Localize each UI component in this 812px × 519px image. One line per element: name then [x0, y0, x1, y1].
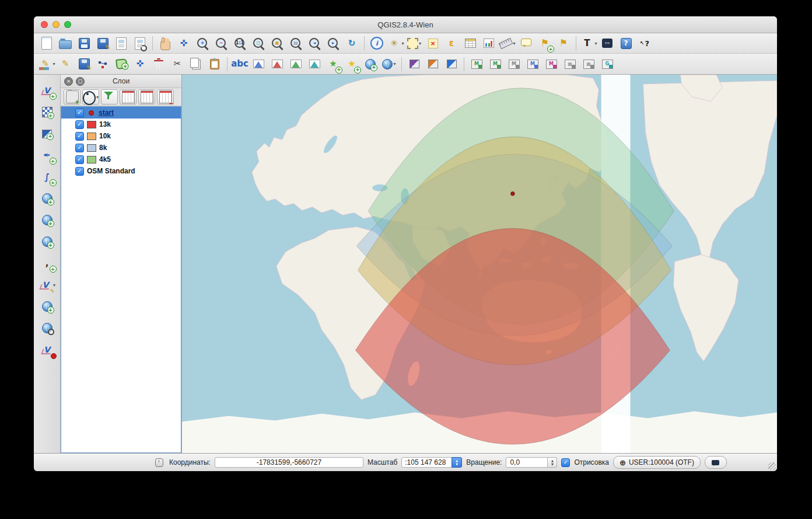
- float-panel-button[interactable]: ◻: [76, 77, 85, 86]
- add-group-button[interactable]: [64, 89, 80, 105]
- deselect-features-button[interactable]: ×: [424, 34, 442, 52]
- manage-layer-visibility-button[interactable]: ▾: [82, 89, 99, 105]
- plugin-tile-orange-button[interactable]: [424, 55, 442, 73]
- mmqgis-tool-8-button[interactable]: G: [598, 55, 616, 73]
- open-project-button[interactable]: [57, 34, 74, 52]
- dropdown-caret-icon[interactable]: ▾: [594, 41, 597, 46]
- histogram-teal-button[interactable]: [306, 55, 323, 73]
- dropdown-caret-icon[interactable]: ▾: [52, 61, 55, 67]
- toggle-editing-button[interactable]: ✎: [57, 55, 74, 73]
- zoom-next-button[interactable]: ▸: [324, 34, 342, 52]
- dropdown-caret-icon[interactable]: ▾: [96, 95, 99, 100]
- help-contents-button[interactable]: ?: [617, 34, 635, 52]
- paste-features-button[interactable]: [206, 55, 223, 73]
- resize-grip[interactable]: [768, 462, 776, 470]
- copy-features-button[interactable]: [187, 55, 205, 73]
- text-annotation-button[interactable]: T▾: [580, 34, 597, 52]
- dropdown-caret-icon[interactable]: ▾: [393, 61, 396, 67]
- save-project-as-button[interactable]: [94, 34, 111, 52]
- save-layer-edits-button[interactable]: [75, 55, 93, 73]
- add-wcs-layer-button[interactable]: +: [36, 233, 58, 250]
- histogram-blue-button[interactable]: [250, 55, 267, 73]
- zoom-window-button[interactable]: [64, 21, 71, 28]
- titlebar[interactable]: QGIS2.8.4-Wien: [34, 16, 777, 33]
- rotation-stepper[interactable]: ▲▼: [547, 457, 557, 468]
- layer-row-4k5[interactable]: 4k5: [61, 154, 181, 165]
- delete-selected-button[interactable]: [150, 55, 167, 73]
- layer-checkbox[interactable]: [75, 132, 84, 141]
- zoom-native-button[interactable]: 1:1: [231, 34, 249, 52]
- new-star-tool-button[interactable]: ★+: [324, 55, 342, 73]
- layer-checkbox[interactable]: [75, 155, 84, 164]
- add-feature-button[interactable]: +: [113, 55, 130, 73]
- close-window-button[interactable]: [41, 21, 48, 28]
- remove-layer-button[interactable]: [157, 89, 174, 105]
- new-bookmark-button[interactable]: ⚑+: [536, 34, 554, 52]
- scale-dropdown-button[interactable]: ▲▼: [452, 457, 462, 468]
- new-project-button[interactable]: [38, 34, 55, 52]
- layer-checkbox[interactable]: [75, 167, 84, 176]
- dropdown-caret-icon[interactable]: ▾: [513, 41, 515, 46]
- expand-all-button[interactable]: [120, 89, 136, 105]
- mmqgis-tool-2-button[interactable]: M: [487, 55, 504, 73]
- zoom-to-layer-button[interactable]: ▤: [287, 34, 304, 52]
- mmqgis-tool-7-button[interactable]: ▦: [580, 55, 597, 73]
- plugin-tile-purple-button[interactable]: [405, 55, 423, 73]
- identify-features-button[interactable]: i: [368, 34, 386, 52]
- select-features-button[interactable]: ▾: [405, 34, 423, 52]
- pan-to-selection-button[interactable]: ✜: [175, 34, 192, 52]
- layers-panel-header[interactable]: × ◻ Слои: [61, 75, 181, 88]
- pan-map-button[interactable]: [156, 34, 174, 52]
- refresh-map-button[interactable]: ↻: [343, 34, 360, 52]
- zoom-full-extent-button[interactable]: ◻: [250, 34, 267, 52]
- map-canvas[interactable]: [182, 75, 777, 453]
- run-feature-action-button[interactable]: ✳▾: [387, 34, 404, 52]
- new-print-composer-button[interactable]: [113, 34, 130, 52]
- layer-checkbox[interactable]: [75, 144, 84, 152]
- python-console-button[interactable]: >>: [598, 34, 616, 52]
- add-mssql-layer-button[interactable]: ∫+: [36, 168, 58, 186]
- layer-row-8k[interactable]: 8k: [61, 142, 181, 154]
- dropdown-caret-icon[interactable]: ▾: [401, 41, 404, 46]
- cut-features-button[interactable]: ✂: [169, 55, 186, 73]
- show-bookmarks-button[interactable]: ⚑: [555, 34, 572, 52]
- mmqgis-tool-5-button[interactable]: M: [542, 55, 560, 73]
- layer-row-13k[interactable]: 13k: [61, 119, 181, 130]
- filter-legend-button[interactable]: [101, 89, 118, 105]
- add-wfs-layer-button[interactable]: +: [36, 298, 58, 315]
- mmqgis-tool-4-button[interactable]: M: [524, 55, 541, 73]
- layer-row-10k[interactable]: 10k: [61, 130, 181, 142]
- globe-add-button[interactable]: +: [362, 55, 379, 73]
- mmqgis-tool-1-button[interactable]: M: [468, 55, 485, 73]
- new-shapefile-layer-button[interactable]: V✎▾: [36, 276, 58, 294]
- composer-manager-button[interactable]: [131, 34, 149, 52]
- add-spatialite-layer-button[interactable]: ✒+: [36, 147, 58, 164]
- statistics-button[interactable]: [480, 34, 498, 52]
- dropdown-caret-icon[interactable]: ▾: [53, 283, 55, 288]
- save-project-button[interactable]: [75, 34, 93, 52]
- layer-row-start[interactable]: start: [61, 107, 181, 119]
- close-panel-button[interactable]: ×: [64, 77, 73, 86]
- zoom-to-selection-button[interactable]: ▣: [268, 34, 286, 52]
- coordinate-display-toggle[interactable]: [153, 457, 165, 468]
- mmqgis-tool-3-button[interactable]: M: [505, 55, 523, 73]
- coordinates-input[interactable]: -17831599,-5660727: [215, 457, 363, 468]
- metasearch-button[interactable]: V: [36, 341, 58, 358]
- favorite-star-tool-button[interactable]: ★+: [343, 55, 360, 73]
- dropdown-caret-icon[interactable]: ▾: [419, 41, 421, 46]
- histogram-green-button[interactable]: [287, 55, 304, 73]
- add-raster-layer-button[interactable]: +: [36, 103, 58, 121]
- collapse-all-button[interactable]: [138, 89, 155, 105]
- plugin-tile-blue-button[interactable]: [443, 55, 460, 73]
- mmqgis-tool-6-button[interactable]: ▦: [561, 55, 579, 73]
- add-wms-layer-button[interactable]: +: [36, 211, 58, 229]
- map-tips-button[interactable]: [517, 34, 535, 52]
- search-catalog-button[interactable]: [36, 319, 58, 337]
- render-checkbox[interactable]: [561, 458, 570, 467]
- globe-tools-button[interactable]: ▾: [380, 55, 398, 73]
- node-tool-button[interactable]: [94, 55, 111, 73]
- layer-row-osm-standard[interactable]: OSM Standard: [61, 165, 181, 177]
- add-delimited-text-layer-button[interactable]: ,+: [36, 255, 58, 272]
- zoom-out-button[interactable]: −: [212, 34, 230, 52]
- add-oracle-layer-button[interactable]: +: [36, 190, 58, 207]
